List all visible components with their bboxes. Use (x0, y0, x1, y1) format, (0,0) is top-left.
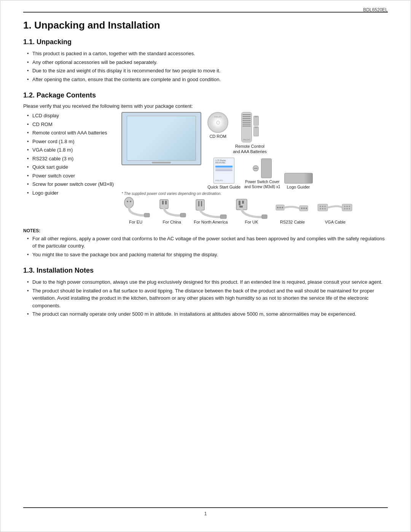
list-item: The product can normally operate only un… (27, 310, 388, 318)
svg-rect-9 (198, 201, 199, 206)
unpacking-list: This product is packed in a carton, toge… (27, 50, 388, 83)
model-label: BDL6520EL (363, 7, 388, 13)
eu-cord-icon (121, 198, 150, 219)
svg-rect-32 (342, 204, 352, 211)
power-cords-row: For EU For China (121, 198, 388, 224)
list-item: For all other regions, apply a power cor… (27, 235, 388, 250)
list-item: You might like to save the package box a… (27, 251, 388, 259)
package-intro: Please verify that you received the foll… (23, 103, 388, 109)
svg-point-28 (325, 206, 326, 207)
section-11-title: 1.1. Unpacking (23, 38, 388, 46)
svg-rect-7 (180, 213, 186, 217)
list-item: The product should be installed on a fla… (27, 287, 388, 310)
package-items-list: LCD display CD ROM Remote control with A… (23, 112, 114, 224)
svg-point-31 (325, 208, 326, 209)
section-package-contents: 1.2. Package Contents Please verify that… (23, 91, 388, 258)
list-item: Logo guider (27, 189, 114, 197)
svg-rect-5 (162, 201, 164, 204)
quick-start-icon: LCD DisplayBDL6520EL PHILIPS (213, 158, 234, 184)
power-switch-icon (261, 158, 272, 178)
list-item: This product is packed in a carton, toge… (27, 50, 388, 58)
list-item: Screw for power switch cover (M3×8) (27, 181, 114, 188)
uk-cord-icon (235, 198, 268, 219)
package-content-area: LCD display CD ROM Remote control with A… (23, 112, 388, 224)
list-item: After opening the carton, ensure that th… (27, 76, 388, 83)
china-cord-icon (158, 198, 186, 219)
svg-point-19 (279, 207, 281, 208)
cd-rom-icon: PHILIPS (207, 112, 228, 133)
package-visuals: PHILIPS CD ROM (121, 112, 388, 224)
vga-item: VGA Cable (317, 202, 353, 224)
cord-uk-label: For UK (245, 220, 258, 224)
svg-rect-10 (201, 201, 202, 206)
svg-point-22 (301, 208, 303, 209)
list-item: Remote control with AAA batteries (27, 129, 114, 137)
lcd-display-col (121, 112, 201, 165)
section-unpacking: 1.1. Unpacking This product is packed in… (23, 38, 388, 83)
supply-note: * The supplied power cord varies dependi… (121, 192, 388, 196)
svg-point-27 (322, 206, 323, 207)
svg-rect-3 (144, 213, 150, 217)
package-notes: NOTES: For all other regions, apply a po… (23, 228, 388, 259)
rs232-item: RS232 Cable (275, 202, 309, 224)
svg-point-38 (349, 208, 350, 209)
list-item: CD ROM (27, 121, 114, 128)
svg-point-33 (344, 206, 346, 207)
svg-point-35 (349, 206, 350, 207)
list-item: VGA cable (1.8 m) (27, 146, 114, 154)
north-america-cord-icon (194, 198, 227, 219)
rs232-label: RS232 Cable (280, 220, 305, 224)
quick-start-label: Quick Start Guide (207, 185, 241, 189)
cd-rom-label: CD ROM (209, 134, 226, 139)
list-item: Power switch cover (27, 172, 114, 180)
svg-point-0 (124, 197, 134, 208)
notes-label: NOTES: (23, 228, 388, 233)
svg-point-20 (282, 207, 283, 208)
remote-item: PHILIPS (233, 112, 267, 155)
cord-eu: For EU (121, 198, 150, 224)
cord-china: For China (158, 198, 186, 224)
right-accessory-stack: PHILIPS CD ROM (207, 112, 312, 189)
svg-rect-15 (239, 206, 243, 208)
svg-point-34 (347, 206, 348, 207)
svg-rect-25 (318, 204, 328, 211)
list-item: Due to the high power consumption, alway… (27, 278, 388, 286)
svg-rect-6 (165, 201, 167, 204)
cord-north-america-label: For North America (194, 220, 228, 224)
page-number: 1 (23, 511, 388, 516)
cord-china-label: For China (163, 220, 181, 224)
svg-rect-12 (236, 199, 247, 210)
svg-rect-14 (242, 201, 244, 204)
quick-start-item: LCD DisplayBDL6520EL PHILIPS Quick Start… (207, 158, 241, 189)
svg-point-2 (130, 201, 131, 202)
svg-point-1 (127, 201, 128, 202)
vga-label: VGA Cable (325, 220, 346, 224)
svg-point-18 (277, 207, 279, 208)
remote-icon: PHILIPS (241, 112, 252, 142)
logo-guider-item: Logo Guider (284, 173, 313, 189)
section-12-title: 1.2. Package Contents (23, 91, 388, 99)
list-item: Quick sart guide (27, 163, 114, 171)
screw-icon (253, 165, 259, 171)
svg-point-24 (306, 208, 307, 209)
batteries-icon (253, 116, 259, 136)
list-item: Any other optional accessories will be p… (27, 59, 388, 66)
svg-rect-13 (239, 201, 241, 205)
chapter-title: 1. Unpacking and Installation (23, 19, 388, 31)
list-item: Power cord (1.8 m) (27, 138, 114, 145)
section-13-title: 1.3. Installation Notes (23, 267, 388, 275)
cord-eu-label: For EU (129, 220, 142, 224)
cord-north-america: For North America (194, 198, 228, 224)
svg-rect-16 (262, 215, 267, 219)
list-item: RS232 cable (3 m) (27, 155, 114, 163)
vga-icon (317, 202, 353, 219)
logo-guider-icon (284, 173, 313, 184)
svg-point-37 (347, 208, 348, 209)
page: BDL6520EL 1. Unpacking and Installation … (0, 0, 411, 532)
power-switch-label: Power Switch Coverand Screw (M3x8) x1 (244, 179, 280, 189)
section-installation-notes: 1.3. Installation Notes Due to the high … (23, 267, 388, 318)
list-item: LCD display (27, 112, 114, 120)
power-switch-item: Power Switch Coverand Screw (M3x8) x1 (244, 158, 280, 189)
svg-rect-11 (220, 215, 226, 219)
list-item: Due to the size and weight of this displ… (27, 67, 388, 75)
